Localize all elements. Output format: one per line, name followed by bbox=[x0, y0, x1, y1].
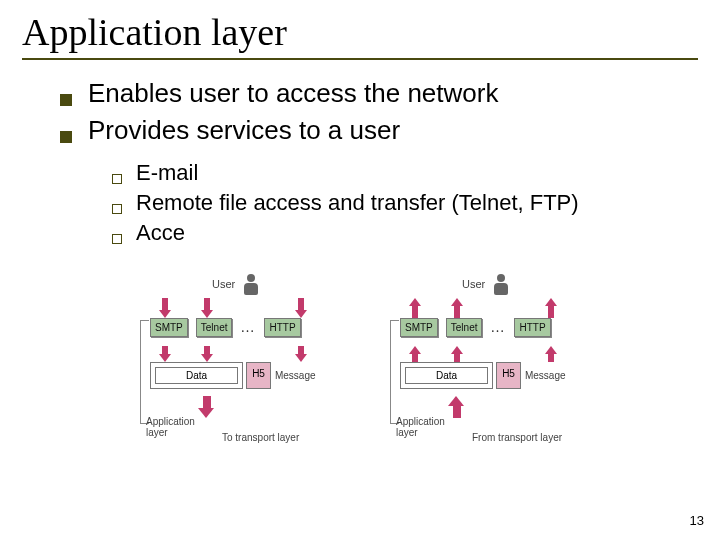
ellipsis-icon: … bbox=[490, 320, 506, 336]
application-layer-diagram: User SMTP Telnet … HTTP bbox=[146, 276, 616, 464]
protocol-box: Telnet bbox=[446, 318, 483, 337]
message-row: Data H5 Message bbox=[150, 362, 316, 389]
hollow-square-bullet-icon bbox=[112, 234, 122, 244]
bullet-text: E-mail bbox=[136, 160, 198, 186]
title-underline bbox=[22, 58, 698, 60]
arrow-down-icon bbox=[202, 346, 212, 362]
diagram-panel-receive: User SMTP Telnet … HTTP bbox=[396, 276, 616, 464]
header-box: H5 bbox=[496, 362, 521, 389]
bullet-text: Enables user to access the network bbox=[88, 78, 498, 109]
header-box: H5 bbox=[246, 362, 271, 389]
message-label: Message bbox=[525, 370, 566, 381]
bullet-item: Remote file access and transfer (Telnet,… bbox=[112, 190, 698, 216]
app-layer-label: Application layer bbox=[396, 416, 445, 438]
data-box: Data bbox=[405, 367, 488, 384]
user-icon bbox=[242, 274, 260, 298]
app-layer-label: Application layer bbox=[146, 416, 195, 438]
protocol-box: SMTP bbox=[400, 318, 438, 337]
arrow-up-icon bbox=[546, 346, 556, 362]
arrow-up-icon bbox=[410, 346, 420, 362]
bracket-line-icon bbox=[390, 320, 391, 424]
bullet-item: Acce bbox=[112, 220, 698, 246]
bullet-text: Provides services to a user bbox=[88, 115, 400, 146]
hollow-square-bullet-icon bbox=[112, 204, 122, 214]
message-row: Data H5 Message bbox=[400, 362, 566, 389]
arrow-up-icon bbox=[546, 298, 556, 318]
bullet-list-level2: E-mail Remote file access and transfer (… bbox=[112, 160, 698, 246]
protocol-box: SMTP bbox=[150, 318, 188, 337]
panel-caption: From transport layer bbox=[472, 432, 562, 443]
slide-title: Application layer bbox=[22, 10, 698, 54]
user-label: User bbox=[212, 278, 235, 290]
arrow-down-icon bbox=[202, 298, 212, 318]
arrow-down-icon bbox=[296, 298, 306, 318]
message-label: Message bbox=[275, 370, 316, 381]
protocol-row: SMTP Telnet … HTTP bbox=[150, 318, 301, 337]
page-number: 13 bbox=[690, 513, 704, 528]
bullet-item: E-mail bbox=[112, 160, 698, 186]
bullet-text: Remote file access and transfer (Telnet,… bbox=[136, 190, 579, 216]
square-bullet-icon bbox=[60, 94, 72, 106]
slide: Application layer Enables user to access… bbox=[0, 0, 720, 540]
message-frame: Data bbox=[150, 362, 243, 389]
bullet-list-level1: Enables user to access the network Provi… bbox=[60, 78, 698, 146]
arrow-up-icon bbox=[410, 298, 420, 318]
protocol-box: HTTP bbox=[264, 318, 300, 337]
protocol-row: SMTP Telnet … HTTP bbox=[400, 318, 551, 337]
arrow-down-icon bbox=[160, 346, 170, 362]
user-label: User bbox=[462, 278, 485, 290]
message-frame: Data bbox=[400, 362, 493, 389]
arrow-up-icon bbox=[452, 346, 462, 362]
square-bullet-icon bbox=[60, 131, 72, 143]
arrow-down-icon bbox=[296, 346, 306, 362]
hollow-square-bullet-icon bbox=[112, 174, 122, 184]
protocol-box: HTTP bbox=[514, 318, 550, 337]
arrow-down-icon bbox=[202, 396, 212, 418]
arrow-up-icon bbox=[452, 396, 462, 418]
bullet-item: Provides services to a user bbox=[60, 115, 698, 146]
bullet-text: Acce bbox=[136, 220, 185, 246]
arrow-up-icon bbox=[452, 298, 462, 318]
bracket-line-icon bbox=[140, 320, 141, 424]
diagram-panel-send: User SMTP Telnet … HTTP bbox=[146, 276, 366, 464]
protocol-box: Telnet bbox=[196, 318, 233, 337]
data-box: Data bbox=[155, 367, 238, 384]
bullet-item: Enables user to access the network bbox=[60, 78, 698, 109]
ellipsis-icon: … bbox=[240, 320, 256, 336]
user-icon bbox=[492, 274, 510, 298]
panel-caption: To transport layer bbox=[222, 432, 299, 443]
arrow-down-icon bbox=[160, 298, 170, 318]
